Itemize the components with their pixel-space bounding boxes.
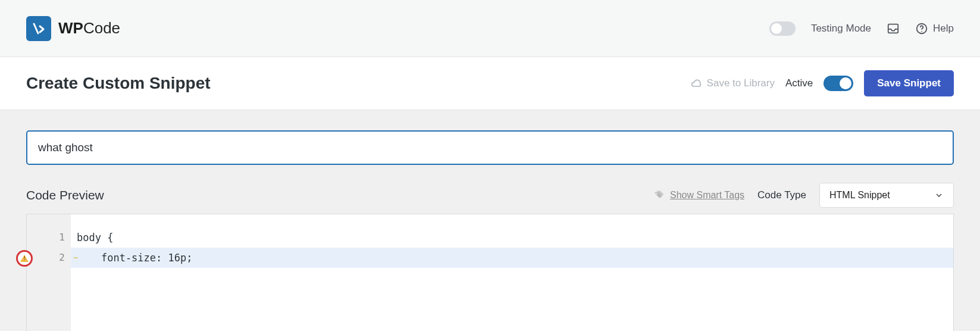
- line-number: 1: [27, 227, 71, 248]
- tags-icon: [653, 189, 665, 201]
- logo-light: Code: [83, 19, 120, 37]
- code-type-label: Code Type: [757, 189, 806, 201]
- save-to-library-link[interactable]: Save to Library: [690, 77, 775, 89]
- active-toggle[interactable]: [824, 76, 853, 91]
- content-area: Code Preview Show Smart Tags Code Type H…: [0, 110, 980, 331]
- editor-gutter: 1 2: [27, 214, 71, 331]
- code-editor[interactable]: 1 2 body { ~ font-size: 16p;: [26, 214, 954, 331]
- save-to-library-label: Save to Library: [707, 77, 775, 89]
- code-type-selected: HTML Snippet: [829, 190, 890, 201]
- line-number: 2: [27, 248, 71, 268]
- chevron-down-icon: [934, 191, 944, 200]
- help-icon: [915, 22, 928, 35]
- title-actions: Save to Library Active Save Snippet: [690, 70, 954, 96]
- testing-mode-label: Testing Mode: [811, 23, 871, 35]
- logo-bold: WP: [58, 19, 83, 37]
- inbox-icon[interactable]: [887, 22, 900, 35]
- help-link[interactable]: Help: [915, 22, 954, 35]
- code-line: ~ font-size: 16p;: [71, 248, 953, 268]
- top-header: WPCode Testing Mode Help: [0, 0, 980, 57]
- title-row: Create Custom Snippet Save to Library Ac…: [0, 57, 980, 110]
- code-type-select[interactable]: HTML Snippet: [819, 183, 954, 208]
- svg-point-2: [921, 30, 922, 32]
- warning-icon[interactable]: [16, 250, 33, 267]
- code-body[interactable]: body { ~ font-size: 16p;: [71, 214, 953, 331]
- save-snippet-button[interactable]: Save Snippet: [864, 70, 954, 96]
- active-label: Active: [785, 77, 813, 89]
- page-title: Create Custom Snippet: [26, 74, 211, 93]
- cloud-icon: [690, 77, 702, 89]
- show-smart-tags-link[interactable]: Show Smart Tags: [653, 189, 744, 201]
- preview-toolbar: Code Preview Show Smart Tags Code Type H…: [26, 183, 954, 208]
- preview-toolbar-right: Show Smart Tags Code Type HTML Snippet: [653, 183, 954, 208]
- snippet-title-input[interactable]: [26, 130, 954, 165]
- header-right: Testing Mode Help: [769, 21, 954, 36]
- code-preview-label: Code Preview: [26, 188, 104, 202]
- warning-tilde-icon: ~: [73, 248, 78, 268]
- brand-logo[interactable]: WPCode: [26, 16, 120, 41]
- smart-tags-label: Show Smart Tags: [670, 190, 744, 201]
- code-line: body {: [71, 227, 953, 248]
- svg-point-3: [656, 193, 657, 195]
- testing-mode-toggle[interactable]: [769, 21, 796, 36]
- logo-icon: [26, 16, 51, 41]
- logo-text: WPCode: [58, 19, 120, 38]
- help-label: Help: [933, 23, 954, 35]
